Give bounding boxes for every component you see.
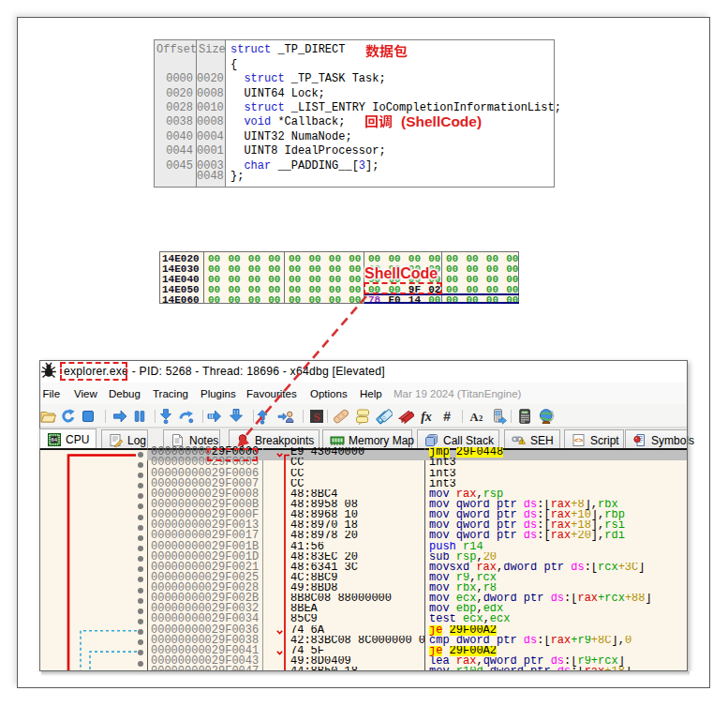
- svg-text:fx: fx: [421, 410, 432, 424]
- svg-text:A: A: [469, 411, 478, 424]
- svg-text:2: 2: [478, 413, 482, 423]
- svg-text:S: S: [313, 410, 319, 424]
- svg-text:#: #: [443, 409, 451, 424]
- svg-text:<>: <>: [574, 436, 584, 444]
- svg-text:!: !: [521, 439, 523, 444]
- svg-text:64: 64: [52, 437, 58, 443]
